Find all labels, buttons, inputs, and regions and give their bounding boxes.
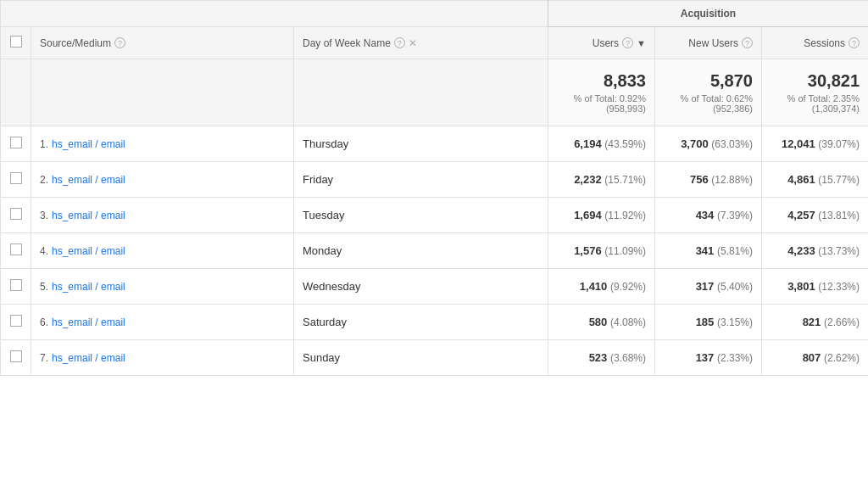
- day-of-week-edit-icon[interactable]: ✕: [409, 37, 417, 49]
- row-source-link[interactable]: hs_email / email: [52, 138, 125, 150]
- totals-users-value: 8,833: [557, 71, 646, 91]
- row-users-cell: 6,194 (43.59%): [548, 126, 655, 162]
- row-users-secondary: (4.08%): [610, 316, 646, 328]
- row-users-primary: 2,232: [574, 173, 602, 186]
- row-number: 1.: [40, 138, 48, 150]
- row-source-link[interactable]: hs_email / email: [52, 281, 125, 293]
- users-sort-icon[interactable]: ▼: [637, 38, 646, 48]
- row-new-users-cell: 434 (7.39%): [655, 198, 762, 233]
- header-source-medium: Source/Medium ?: [31, 27, 294, 59]
- row-new-users-primary: 756: [690, 173, 709, 186]
- table-row: 3.hs_email / email Tuesday 1,694 (11.92%…: [1, 198, 869, 233]
- table-row: 6.hs_email / email Saturday 580 (4.08%) …: [1, 305, 869, 340]
- row-number: 6.: [40, 316, 48, 328]
- row-new-users-secondary: (7.39%): [717, 210, 753, 221]
- row-source-cell: 2.hs_email / email: [31, 162, 294, 198]
- row-users-secondary: (11.09%): [604, 245, 646, 257]
- totals-row: 8,833 % of Total: 0.92% (958,993) 5,870 …: [1, 59, 869, 126]
- totals-users-cell: 8,833 % of Total: 0.92% (958,993): [548, 59, 655, 126]
- header-users: Users ? ▼: [548, 27, 655, 59]
- row-users-primary: 1,694: [574, 209, 602, 221]
- row-sessions-cell: 4,861 (15.77%): [762, 162, 869, 198]
- row-checkbox[interactable]: [10, 315, 22, 327]
- row-users-secondary: (3.68%): [610, 352, 646, 364]
- header-checkbox-col: [1, 27, 31, 59]
- header-day-of-week: Day of Week Name ? ✕: [294, 27, 548, 59]
- row-sessions-cell: 821 (2.66%): [762, 305, 869, 340]
- row-sessions-secondary: (15.77%): [818, 174, 860, 186]
- row-new-users-primary: 137: [696, 351, 715, 364]
- row-checkbox-cell: [1, 340, 31, 376]
- row-users-secondary: (9.92%): [610, 281, 646, 293]
- users-help-icon[interactable]: ?: [622, 37, 633, 48]
- row-new-users-secondary: (5.81%): [717, 245, 753, 257]
- row-users-primary: 580: [589, 316, 608, 328]
- row-day-cell: Friday: [294, 162, 548, 198]
- header-check-empty: [1, 1, 31, 27]
- row-users-primary: 6,194: [574, 137, 602, 150]
- row-checkbox[interactable]: [10, 244, 22, 255]
- select-all-checkbox[interactable]: [10, 36, 22, 48]
- row-sessions-secondary: (13.73%): [818, 245, 860, 257]
- row-sessions-primary: 807: [803, 351, 821, 364]
- row-source-link[interactable]: hs_email / email: [52, 316, 125, 328]
- row-new-users-secondary: (2.33%): [717, 352, 753, 364]
- table-row: 2.hs_email / email Friday 2,232 (15.71%)…: [1, 162, 869, 198]
- totals-day-cell: [294, 59, 548, 126]
- row-day-cell: Saturday: [294, 305, 548, 340]
- row-checkbox[interactable]: [10, 208, 22, 220]
- totals-sessions-cell: 30,821 % of Total: 2.35% (1,309,374): [762, 59, 869, 126]
- row-sessions-cell: 3,801 (12.33%): [762, 269, 869, 305]
- sessions-help-icon[interactable]: ?: [849, 37, 860, 48]
- row-sessions-cell: 807 (2.62%): [762, 340, 869, 376]
- row-new-users-primary: 317: [696, 280, 715, 293]
- row-sessions-secondary: (39.07%): [818, 138, 860, 150]
- row-checkbox[interactable]: [10, 172, 22, 184]
- new-users-help-icon[interactable]: ?: [742, 37, 753, 48]
- row-number: 3.: [40, 210, 48, 221]
- row-users-primary: 523: [589, 351, 608, 364]
- row-checkbox[interactable]: [10, 279, 22, 291]
- row-sessions-cell: 12,041 (39.07%): [762, 126, 869, 162]
- analytics-table: Acquisition Source/Medium ? Day of Week …: [0, 0, 868, 376]
- row-sessions-primary: 4,233: [787, 244, 815, 257]
- row-sessions-primary: 821: [803, 316, 821, 328]
- row-users-secondary: (15.71%): [604, 174, 646, 186]
- row-day-cell: Sunday: [294, 340, 548, 376]
- row-sessions-secondary: (13.81%): [818, 210, 860, 221]
- header-source-empty: [31, 1, 294, 27]
- row-users-cell: 2,232 (15.71%): [548, 162, 655, 198]
- row-source-link[interactable]: hs_email / email: [52, 174, 125, 186]
- table-row: 4.hs_email / email Monday 1,576 (11.09%)…: [1, 233, 869, 269]
- totals-new-users-sub: % of Total: 0.62% (952,386): [664, 93, 753, 114]
- row-source-link[interactable]: hs_email / email: [52, 245, 125, 257]
- row-new-users-primary: 3,700: [681, 137, 709, 150]
- row-new-users-primary: 185: [696, 316, 715, 328]
- row-new-users-cell: 317 (5.40%): [655, 269, 762, 305]
- row-users-cell: 1,410 (9.92%): [548, 269, 655, 305]
- totals-check-cell: [1, 59, 31, 126]
- row-checkbox[interactable]: [10, 137, 22, 148]
- row-new-users-cell: 185 (3.15%): [655, 305, 762, 340]
- row-sessions-secondary: (2.66%): [824, 316, 860, 328]
- row-checkbox[interactable]: [10, 350, 22, 362]
- row-source-cell: 6.hs_email / email: [31, 305, 294, 340]
- source-medium-help-icon[interactable]: ?: [114, 37, 125, 48]
- row-users-primary: 1,410: [580, 280, 608, 293]
- totals-sessions-sub: % of Total: 2.35% (1,309,374): [771, 93, 860, 114]
- row-new-users-secondary: (5.40%): [717, 281, 753, 293]
- day-of-week-help-icon[interactable]: ?: [394, 37, 405, 48]
- row-sessions-primary: 4,861: [787, 173, 815, 186]
- header-new-users: New Users ?: [655, 27, 762, 59]
- row-source-cell: 3.hs_email / email: [31, 198, 294, 233]
- row-new-users-primary: 341: [696, 244, 715, 257]
- row-day-cell: Tuesday: [294, 198, 548, 233]
- row-number: 2.: [40, 174, 48, 186]
- table-row: 5.hs_email / email Wednesday 1,410 (9.92…: [1, 269, 869, 305]
- row-source-link[interactable]: hs_email / email: [52, 352, 125, 364]
- row-source-cell: 7.hs_email / email: [31, 340, 294, 376]
- row-users-cell: 1,576 (11.09%): [548, 233, 655, 269]
- row-day-cell: Monday: [294, 233, 548, 269]
- row-source-link[interactable]: hs_email / email: [52, 210, 125, 221]
- row-sessions-primary: 4,257: [787, 209, 815, 221]
